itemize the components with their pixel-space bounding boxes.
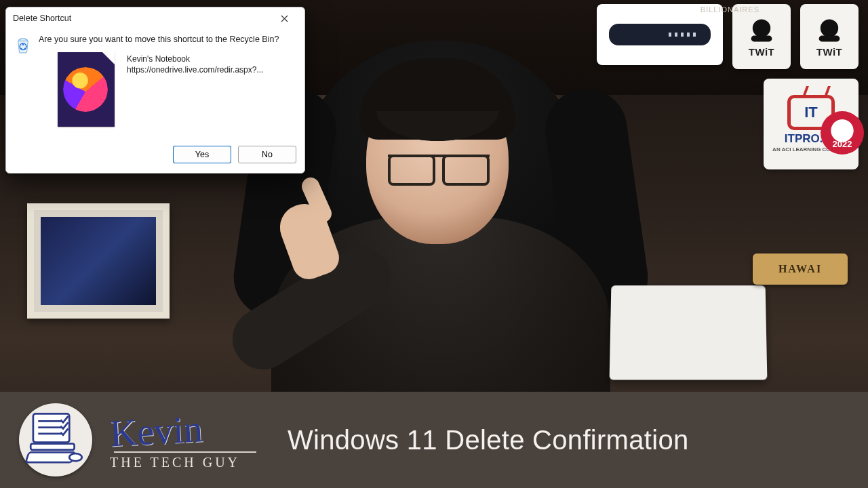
- wall-posters: TWiT TWiT IT ITPRO.TV AN ACI LEARNING CO…: [597, 4, 859, 169]
- no-button[interactable]: No: [238, 146, 296, 163]
- dialog-titlebar[interactable]: Delete Shortcut: [6, 7, 304, 29]
- monitor-checklist-icon: [24, 409, 87, 471]
- svg-point-11: [69, 453, 81, 461]
- presenter: [312, 75, 570, 393]
- channel-logo: [19, 403, 92, 476]
- delete-shortcut-dialog: Delete Shortcut Are you sure you want to…: [5, 7, 305, 174]
- twit-logo-card: TWiT: [732, 4, 791, 69]
- svg-rect-1: [751, 35, 772, 41]
- year-sticker: 2022: [821, 111, 864, 155]
- dialog-question: Are you sure you want to move this short…: [39, 32, 292, 49]
- twit-label: TWiT: [816, 46, 843, 58]
- brand-tagline: THE TECH GUY: [110, 455, 240, 469]
- laptop-prop: [610, 285, 768, 380]
- billionaires-text: BILLIONAIRES: [701, 5, 760, 14]
- brand-name: Kevin: [109, 409, 204, 452]
- lower-third-banner: Kevin THE TECH GUY Windows 11 Delete Con…: [0, 392, 868, 488]
- svg-point-2: [821, 19, 838, 37]
- close-icon: [281, 15, 288, 22]
- channel-brand: Kevin THE TECH GUY: [110, 411, 256, 469]
- close-button[interactable]: [269, 8, 299, 28]
- firefox-icon: [63, 67, 108, 112]
- yes-button[interactable]: Yes: [173, 146, 231, 163]
- file-name: Kevin's Notebook: [127, 54, 263, 64]
- photo-frame: [27, 203, 170, 319]
- svg-rect-3: [819, 35, 840, 41]
- file-thumbnail: [58, 52, 115, 127]
- file-location: https://onedrive.live.com/redir.aspx?...: [127, 64, 263, 75]
- dialog-title: Delete Shortcut: [13, 14, 71, 23]
- twit-label: TWiT: [749, 46, 775, 58]
- svg-rect-10: [26, 452, 75, 462]
- hawaii-sign: HAWAI: [753, 253, 848, 285]
- recycle-bin-icon: [16, 32, 32, 143]
- video-title: Windows 11 Delete Confirmation: [274, 425, 849, 455]
- svg-point-0: [753, 19, 770, 37]
- twit-logo-card-2: TWiT: [800, 4, 859, 69]
- svg-rect-9: [31, 444, 74, 450]
